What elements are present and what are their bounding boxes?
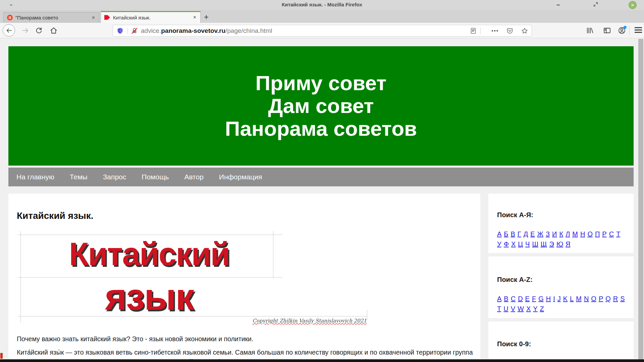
scrollbar[interactable] (638, 39, 643, 362)
search-letter-link[interactable]: К (559, 230, 563, 238)
pocket-icon[interactable] (506, 27, 514, 35)
search-letter-link[interactable]: P (599, 295, 603, 302)
insecure-lock-icon[interactable] (131, 27, 138, 35)
forward-button[interactable] (21, 26, 30, 35)
library-icon[interactable] (586, 26, 594, 35)
nav-menu-item[interactable]: Запрос (103, 173, 126, 181)
search-letter-link[interactable]: Ц (518, 240, 523, 248)
search-letter-link[interactable]: И (552, 230, 557, 238)
search-letter-link[interactable]: C (511, 295, 516, 302)
search-letter-link[interactable]: N (584, 295, 589, 302)
sidebar-search-cyrillic: Поиск А-Я: АБВГДЕЖЗИКЛМНОПРСТУФХЦЧШЩЭЮЯ (488, 194, 634, 253)
search-letter-link[interactable]: Z (540, 305, 544, 312)
search-letter-link[interactable]: H (546, 295, 551, 302)
search-letter-link[interactable]: Ф (504, 240, 509, 248)
bookmark-star-icon[interactable] (521, 27, 528, 35)
tab-bar: Я "Панорама совето × Китайский язык. × + (0, 10, 644, 23)
search-letter-link[interactable]: Х (511, 240, 516, 248)
search-letter-link[interactable]: Q (605, 295, 611, 302)
search-letter-link[interactable]: П (595, 230, 600, 238)
search-letter-link[interactable]: B (504, 295, 508, 302)
search-letter-link[interactable]: W (518, 305, 524, 312)
search-letter-link[interactable]: М (572, 230, 578, 238)
search-letter-link[interactable]: С (609, 230, 614, 238)
search-letter-link[interactable]: S (620, 295, 625, 302)
notification-dot (624, 26, 627, 29)
url-bar[interactable]: advice.panorama-sovetov.ru/page/china.ht… (113, 25, 532, 37)
search-letter-link[interactable]: R (613, 295, 618, 302)
search-letter-link[interactable]: A (497, 295, 501, 302)
desktop-artifact (0, 353, 3, 359)
search-letter-link[interactable]: Е (530, 230, 535, 238)
nav-menu-item[interactable]: Темы (70, 173, 88, 181)
search-letter-link[interactable]: Щ (541, 240, 547, 248)
search-letter-link[interactable]: Ч (525, 240, 530, 248)
search-letter-link[interactable]: U (503, 305, 508, 312)
search-letter-link[interactable]: В (511, 230, 515, 238)
url-text[interactable]: advice.panorama-sovetov.ru/page/china.ht… (141, 27, 272, 35)
link-row: ABCDEFGHIJKLMNOPQRS (497, 294, 625, 304)
search-letter-link[interactable]: I (553, 295, 555, 302)
url-path: /page/china.html (225, 27, 272, 34)
search-letter-link[interactable]: З (546, 230, 550, 238)
article-card: Китайский язык. Китайский язык Copyright… (8, 194, 480, 362)
search-letter-link[interactable]: О (587, 230, 593, 238)
search-letter-link[interactable]: Н (580, 230, 585, 238)
tab-panorama-sovetov[interactable]: Я "Панорама совето × (3, 12, 99, 23)
search-letter-link[interactable]: Д (524, 230, 528, 238)
tracking-protection-shield-icon[interactable] (116, 27, 124, 35)
search-letter-link[interactable]: Р (602, 230, 606, 238)
search-letter-link[interactable]: Ю (556, 240, 563, 248)
search-letter-link[interactable]: E (525, 295, 530, 302)
search-letter-link[interactable]: K (563, 295, 568, 302)
search-letter-link[interactable]: F (532, 295, 536, 302)
url-prefix: advice. (141, 27, 161, 34)
search-letter-link[interactable]: M (576, 295, 582, 302)
search-letter-link[interactable]: D (518, 295, 523, 302)
search-letter-link[interactable]: X (526, 305, 531, 312)
nav-menu-item[interactable]: Помощь (142, 173, 169, 181)
reload-button[interactable] (35, 26, 43, 35)
account-icon[interactable] (618, 26, 626, 35)
menu-hamburger-icon[interactable] (635, 27, 642, 34)
tab-china-active[interactable]: Китайский язык. × (101, 11, 201, 23)
yandex-favicon-icon: Я (7, 15, 13, 20)
sidebar-toggle-icon[interactable] (603, 26, 611, 35)
copyright-signature: Copyright Zhilkin Vasily Stanislavovich … (253, 318, 367, 324)
search-letter-link[interactable]: Г (518, 230, 521, 238)
search-letter-link[interactable]: Ж (537, 230, 543, 238)
search-letter-link[interactable]: L (570, 295, 574, 302)
search-letter-link[interactable]: Y (533, 305, 537, 312)
back-button[interactable] (3, 24, 15, 37)
minimize-button[interactable]: − (554, 1, 562, 9)
search-letter-link[interactable]: T (497, 305, 501, 312)
home-button[interactable] (50, 26, 58, 35)
search-letter-link[interactable]: Я (566, 240, 570, 248)
search-letter-link[interactable]: Ш (532, 240, 538, 248)
nav-menu-item[interactable]: Информация (219, 173, 262, 181)
search-letter-link[interactable]: O (591, 295, 596, 302)
maximize-button[interactable] (592, 1, 600, 9)
page-actions-icon[interactable]: ••• (491, 28, 499, 34)
search-letter-link[interactable]: V (511, 305, 515, 312)
banner-line-1: Приму совет (256, 72, 387, 95)
search-letter-link[interactable]: G (538, 295, 544, 302)
site-nav-menu: На главнуюТемыЗапросПомощьАвторИнформаци… (8, 168, 634, 186)
nav-menu-item[interactable]: Автор (184, 173, 203, 181)
search-letter-link[interactable]: J (557, 295, 561, 302)
search-letter-link[interactable]: Т (616, 230, 620, 238)
search-letter-link[interactable]: А (497, 230, 501, 238)
search-letter-link[interactable]: Б (504, 230, 508, 238)
search-letter-link[interactable]: У (497, 240, 501, 248)
window-titlebar: ⌄ Китайский язык. - Mozilla Firefox − ✕ (0, 0, 644, 10)
search-letter-link[interactable]: Л (566, 230, 570, 238)
close-window-button[interactable]: ✕ (629, 1, 637, 9)
page-content: Приму совет Дам совет Панорама советов Н… (0, 38, 644, 362)
reader-view-icon[interactable] (470, 27, 477, 35)
search-letter-link[interactable]: Э (549, 240, 554, 248)
link-row: TUVWXYZ (497, 304, 625, 314)
close-tab-icon[interactable]: × (193, 14, 197, 20)
close-tab-icon[interactable]: × (91, 15, 96, 21)
new-tab-button[interactable]: + (204, 13, 209, 21)
nav-menu-item[interactable]: На главную (16, 173, 54, 181)
